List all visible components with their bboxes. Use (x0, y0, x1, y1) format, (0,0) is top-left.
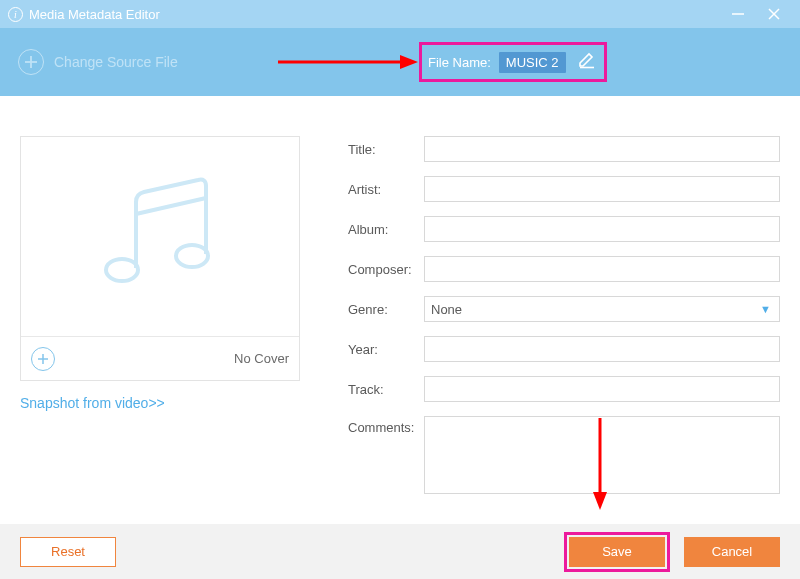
composer-label: Composer: (348, 262, 424, 277)
svg-marker-13 (593, 492, 607, 510)
svg-marker-6 (400, 55, 418, 69)
cover-art-box: No Cover (20, 136, 300, 381)
add-cover-icon[interactable] (31, 347, 55, 371)
title-label: Title: (348, 142, 424, 157)
svg-point-8 (106, 259, 138, 281)
track-label: Track: (348, 382, 424, 397)
annotation-arrow-icon (278, 52, 418, 72)
music-note-icon (90, 172, 230, 302)
artist-label: Artist: (348, 182, 424, 197)
filename-group: File Name: MUSIC 2 (419, 42, 607, 82)
change-source-link[interactable]: Change Source File (54, 54, 178, 70)
cancel-button[interactable]: Cancel (684, 537, 780, 567)
filename-label: File Name: (428, 55, 491, 70)
album-label: Album: (348, 222, 424, 237)
album-input[interactable] (424, 216, 780, 242)
artist-input[interactable] (424, 176, 780, 202)
fields-panel: Title: Artist: Album: Composer: Genre: N… (320, 136, 780, 492)
annotation-highlight: Save (564, 532, 670, 572)
genre-label: Genre: (348, 302, 424, 317)
save-button[interactable]: Save (569, 537, 665, 567)
info-icon: i (8, 7, 23, 22)
year-label: Year: (348, 342, 424, 357)
titlebar: i Media Metadata Editor (0, 0, 800, 28)
main-content: No Cover Snapshot from video>> Title: Ar… (0, 96, 800, 492)
chevron-down-icon: ▼ (760, 303, 771, 315)
genre-selected: None (431, 302, 462, 317)
pencil-icon[interactable] (578, 51, 596, 73)
cover-placeholder (21, 137, 299, 336)
add-file-icon[interactable] (18, 49, 44, 75)
genre-select[interactable]: None ▼ (424, 296, 780, 322)
window-title: Media Metadata Editor (29, 7, 160, 22)
comments-label: Comments: (348, 416, 424, 494)
no-cover-label: No Cover (234, 351, 289, 366)
composer-input[interactable] (424, 256, 780, 282)
annotation-arrow-icon (590, 418, 610, 510)
toolbar: Change Source File File Name: MUSIC 2 (0, 28, 800, 96)
title-input[interactable] (424, 136, 780, 162)
minimize-button[interactable] (720, 0, 756, 28)
reset-button[interactable]: Reset (20, 537, 116, 567)
snapshot-link[interactable]: Snapshot from video>> (20, 395, 320, 411)
filename-value[interactable]: MUSIC 2 (499, 52, 566, 73)
svg-point-9 (176, 245, 208, 267)
year-input[interactable] (424, 336, 780, 362)
track-input[interactable] (424, 376, 780, 402)
footer: Reset Save Cancel (0, 524, 800, 579)
close-button[interactable] (756, 0, 792, 28)
